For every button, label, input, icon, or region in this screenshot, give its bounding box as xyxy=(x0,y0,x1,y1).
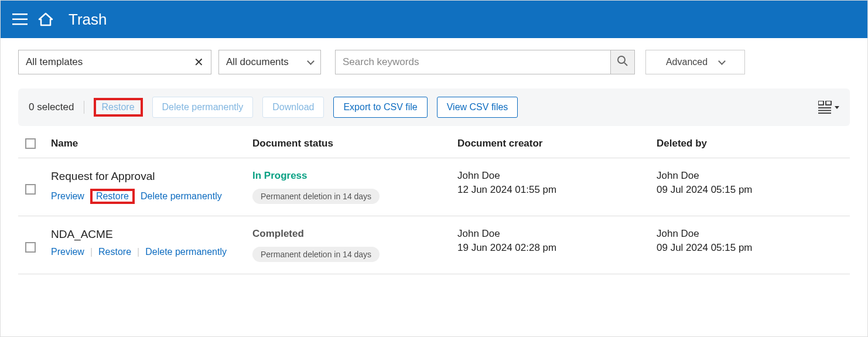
view-csv-button[interactable]: View CSV files xyxy=(437,97,518,118)
search-wrap xyxy=(335,50,635,74)
grid-list-icon xyxy=(818,101,832,114)
deleted-by-date: 09 Jul 2024 05:15 pm xyxy=(657,242,850,254)
advanced-label: Advanced xyxy=(666,57,708,67)
row-restore-link[interactable]: Restore xyxy=(98,247,131,257)
clear-template-icon[interactable]: ✕ xyxy=(194,55,204,69)
selected-count: 0 selected xyxy=(29,101,74,113)
creator-name: John Doe xyxy=(457,228,657,240)
table: Name Document status Document creator De… xyxy=(1,126,867,274)
table-row: NDA_ACMEPreview|Restore|Delete permanent… xyxy=(18,216,850,274)
row-checkbox[interactable] xyxy=(25,242,36,253)
row-checkbox[interactable] xyxy=(25,184,36,195)
filter-bar: All templates ✕ All documents Advanced xyxy=(1,38,867,74)
svg-point-3 xyxy=(618,56,625,63)
advanced-button[interactable]: Advanced xyxy=(645,50,745,74)
deleted-by-name: John Doe xyxy=(657,170,850,182)
view-toggle[interactable] xyxy=(818,101,839,114)
creator-date: 12 Jun 2024 01:55 pm xyxy=(457,184,657,196)
creator-name: John Doe xyxy=(457,170,657,182)
row-delete-link[interactable]: Delete permanently xyxy=(145,247,227,257)
svg-rect-2 xyxy=(12,23,28,25)
chevron-down-icon xyxy=(718,57,726,65)
export-csv-button[interactable]: Export to CSV file xyxy=(333,97,427,118)
table-header: Name Document status Document creator De… xyxy=(18,126,850,158)
deletion-badge: Permanent deletion in 14 days xyxy=(252,247,380,262)
document-title: Request for Approval xyxy=(51,170,252,183)
column-status: Document status xyxy=(252,138,457,149)
creator-date: 19 Jun 2024 02:28 pm xyxy=(457,242,657,254)
row-delete-link[interactable]: Delete permanently xyxy=(141,191,222,202)
chevron-down-icon xyxy=(307,57,315,65)
search-input[interactable] xyxy=(335,50,610,74)
deleted-by-name: John Doe xyxy=(657,228,850,240)
restore-button[interactable]: Restore xyxy=(102,102,135,112)
search-icon xyxy=(617,55,628,69)
column-creator: Document creator xyxy=(457,138,657,149)
svg-rect-1 xyxy=(12,19,28,21)
document-select[interactable]: All documents xyxy=(218,50,321,74)
deleted-by-date: 09 Jul 2024 05:15 pm xyxy=(657,184,850,196)
action-bar: 0 selected Restore Delete permanently Do… xyxy=(18,88,850,126)
svg-rect-0 xyxy=(12,13,28,15)
template-select-label: All templates xyxy=(26,56,83,68)
row-actions: Preview|Restore|Delete permanently xyxy=(51,247,252,257)
template-select[interactable]: All templates ✕ xyxy=(18,50,211,74)
svg-rect-6 xyxy=(826,101,831,105)
page-title: Trash xyxy=(69,11,107,29)
divider xyxy=(84,101,84,114)
status-label: In Progress xyxy=(252,170,457,182)
download-button[interactable]: Download xyxy=(262,97,324,118)
document-title: NDA_ACME xyxy=(51,228,252,241)
svg-line-4 xyxy=(624,63,627,66)
status-label: Completed xyxy=(252,228,457,240)
row-restore-link[interactable]: Restore xyxy=(96,191,129,201)
row-preview-link[interactable]: Preview xyxy=(51,191,84,202)
document-select-label: All documents xyxy=(226,56,289,68)
row-actions: PreviewRestoreDelete permanently xyxy=(51,189,252,204)
delete-permanently-button[interactable]: Delete permanently xyxy=(152,97,254,118)
menu-icon[interactable] xyxy=(12,13,28,25)
highlight-restore-inline: Restore xyxy=(90,189,135,204)
select-all-checkbox[interactable] xyxy=(25,138,36,149)
app-header: Trash xyxy=(1,1,867,38)
highlight-restore: Restore xyxy=(94,98,143,117)
column-name: Name xyxy=(51,138,252,149)
svg-rect-5 xyxy=(818,101,823,105)
table-row: Request for ApprovalPreviewRestoreDelete… xyxy=(18,158,850,216)
column-deleted-by: Deleted by xyxy=(657,138,850,149)
deletion-badge: Permanent deletion in 14 days xyxy=(252,189,380,204)
row-preview-link[interactable]: Preview xyxy=(51,247,84,257)
dropdown-icon xyxy=(835,106,839,109)
home-icon[interactable] xyxy=(38,12,53,27)
search-button[interactable] xyxy=(610,50,635,74)
